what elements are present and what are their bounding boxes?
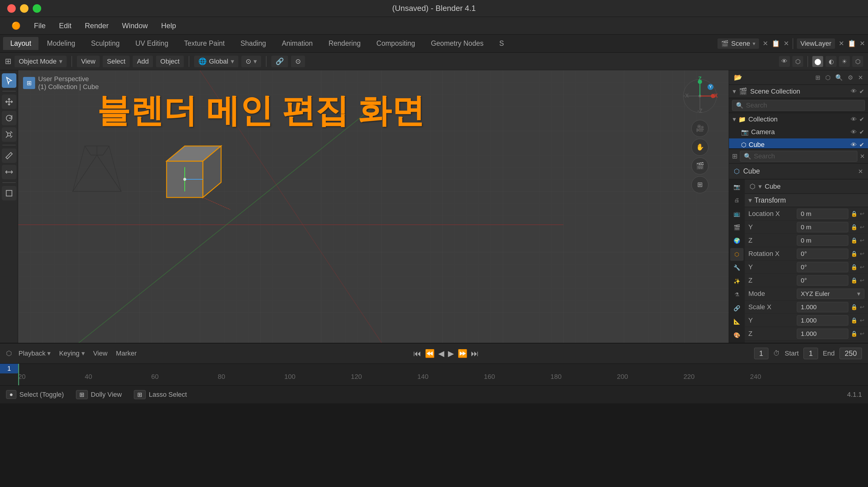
rotation-x-input[interactable]: 0° — [797, 249, 848, 259]
solid-mode-btn[interactable]: ⬤ — [812, 56, 823, 67]
add-cube-btn[interactable] — [2, 186, 17, 201]
add-menu[interactable]: Add — [133, 56, 153, 67]
tab-compositing[interactable]: Compositing — [369, 37, 423, 50]
visibility-icon[interactable]: 👁 — [851, 88, 857, 95]
select-menu[interactable]: Select — [103, 56, 130, 67]
viewport[interactable]: ⊞ User Perspective (1) Collection | Cube… — [18, 70, 729, 343]
playback-dropdown[interactable]: Playback ▾ — [17, 348, 52, 359]
particles-props-tab[interactable]: ✨ — [730, 275, 744, 288]
selectable-icon[interactable]: ✔ — [859, 88, 864, 95]
outliner-camera[interactable]: 📷 Camera 👁 ✔ — [729, 126, 868, 139]
transform-header[interactable]: ▾ Transform — [745, 194, 868, 207]
pan-btn[interactable]: ✋ — [691, 139, 708, 156]
material-props-tab[interactable]: 🎨 — [730, 329, 744, 342]
object-props-tab[interactable]: ⬡ — [730, 248, 744, 261]
keying-dropdown[interactable]: Keying ▾ — [57, 348, 86, 359]
data-props-tab[interactable]: 📐 — [730, 315, 744, 328]
view-layer-tab[interactable]: 📺 — [730, 208, 744, 220]
outliner-cube[interactable]: ⬡ Cube 👁 ✔ — [729, 139, 868, 149]
zoom-camera-btn[interactable]: 🎥 — [691, 120, 708, 137]
transform-dropdown[interactable]: 🌐 Global ▾ — [194, 56, 238, 67]
world-props-tab[interactable]: 🌍 — [730, 235, 744, 247]
minimize-button[interactable] — [20, 4, 28, 13]
constraints-props-tab[interactable]: 🔗 — [730, 302, 744, 315]
object-sub-name[interactable]: Cube — [765, 183, 781, 190]
view-btn[interactable]: View — [91, 348, 109, 359]
select-tool-btn[interactable] — [2, 73, 17, 88]
close-properties-btn[interactable]: ✕ — [858, 168, 863, 175]
close-button[interactable] — [7, 4, 16, 13]
output-props-tab[interactable]: 🖨 — [730, 194, 744, 207]
tab-uv-editing[interactable]: UV Editing — [128, 37, 176, 50]
end-frame-input[interactable]: 250 — [840, 348, 862, 359]
scale-z-input[interactable]: 1.000 — [797, 329, 848, 339]
tab-rendering[interactable]: Rendering — [321, 37, 368, 50]
marker-btn[interactable]: Marker — [114, 348, 138, 359]
zoom-to-fit-btn[interactable]: ⊞ — [691, 176, 708, 193]
measure-btn[interactable] — [2, 165, 17, 179]
tab-geometry-nodes[interactable]: Geometry Nodes — [424, 37, 491, 50]
physics-props-tab[interactable]: ⚗ — [730, 288, 744, 301]
object-mode-dropdown[interactable]: Object Mode ▾ — [14, 56, 67, 67]
view-menu[interactable]: View — [77, 56, 100, 67]
play-reverse-btn[interactable]: ◀ — [438, 349, 444, 358]
location-z-lock[interactable]: 🔒 — [851, 237, 858, 244]
scale-tool-btn[interactable] — [2, 127, 17, 142]
modifier-props-tab[interactable]: 🔧 — [730, 262, 744, 274]
outliner-search[interactable]: 🔍 Search — [732, 100, 865, 111]
rotation-z-input[interactable]: 0° — [797, 275, 848, 285]
tab-layout[interactable]: Layout — [3, 37, 38, 50]
tab-animation[interactable]: Animation — [274, 37, 320, 50]
next-frame-btn[interactable]: ⏩ — [458, 349, 467, 358]
rotate-tool-btn[interactable] — [2, 111, 17, 125]
jump-start-btn[interactable]: ⏮ — [413, 349, 421, 358]
maximize-button[interactable] — [33, 4, 41, 13]
render-props-tab[interactable]: 📷 — [730, 181, 744, 193]
object-menu[interactable]: Object — [156, 56, 184, 67]
rotation-mode-dropdown[interactable]: XYZ Euler ▾ — [797, 288, 864, 299]
location-x-lock[interactable]: 🔒 — [851, 211, 858, 217]
play-btn[interactable]: ▶ — [448, 349, 454, 358]
menu-window[interactable]: Window — [117, 20, 153, 32]
material-mode-btn[interactable]: ◐ — [826, 56, 837, 67]
eevee-mode-btn[interactable]: ⬡ — [852, 56, 863, 67]
delta-transform-section[interactable]: ▶ Delta Transform — [745, 342, 868, 343]
rotation-y-input[interactable]: 0° — [797, 262, 848, 272]
jump-end-btn[interactable]: ⏭ — [471, 349, 479, 358]
rendered-mode-btn[interactable]: ☀ — [839, 56, 850, 67]
location-z-input[interactable]: 0 m — [797, 235, 848, 246]
viewlayer-label[interactable]: ViewLayer — [801, 40, 831, 48]
menu-blender[interactable]: 🟠 — [6, 20, 26, 32]
menu-render[interactable]: Render — [79, 20, 114, 32]
object-name[interactable]: Cube — [743, 167, 760, 175]
scale-y-input[interactable]: 1.000 — [797, 315, 848, 326]
menu-edit[interactable]: Edit — [54, 20, 77, 32]
location-x-input[interactable]: 0 m — [797, 209, 848, 219]
xray-btn[interactable]: ⬡ — [792, 56, 803, 67]
scene-props-tab[interactable]: 🎬 — [730, 221, 744, 234]
start-frame-input[interactable]: 1 — [804, 348, 818, 359]
orbit-btn[interactable]: 🎬 — [691, 157, 708, 175]
menu-help[interactable]: Help — [156, 20, 181, 32]
timeline-bar[interactable]: 1 20 40 60 80 100 120 140 160 180 200 22… — [0, 363, 868, 385]
menu-file[interactable]: File — [28, 20, 51, 32]
current-frame-input[interactable]: 1 — [754, 348, 768, 359]
pivot-dropdown[interactable]: ⊙ ▾ — [241, 56, 261, 67]
scene-label[interactable]: Scene — [731, 40, 750, 48]
overlays-btn[interactable]: 👁 — [779, 56, 790, 67]
proportional-edit-btn[interactable]: ⊙ — [291, 56, 305, 67]
outliner-collection[interactable]: ▾ 📁 Collection 👁 ✔ — [729, 113, 868, 126]
annotate-btn[interactable] — [2, 148, 17, 163]
tab-s[interactable]: S — [492, 37, 511, 50]
tab-sculpting[interactable]: Sculpting — [84, 37, 127, 50]
tab-texture-paint[interactable]: Texture Paint — [177, 37, 232, 50]
location-y-lock[interactable]: 🔒 — [851, 224, 858, 231]
move-tool-btn[interactable] — [2, 94, 17, 109]
tab-shading[interactable]: Shading — [233, 37, 273, 50]
location-y-input[interactable]: 0 m — [797, 222, 848, 232]
snap-btn[interactable]: 🔗 — [271, 56, 288, 67]
prev-frame-btn[interactable]: ⏪ — [425, 349, 435, 358]
tab-modeling[interactable]: Modeling — [40, 37, 82, 50]
nav-gizmo-sphere[interactable]: X -X Z -Z Y — [680, 76, 720, 116]
properties-search[interactable]: 🔍 Search — [740, 151, 858, 162]
